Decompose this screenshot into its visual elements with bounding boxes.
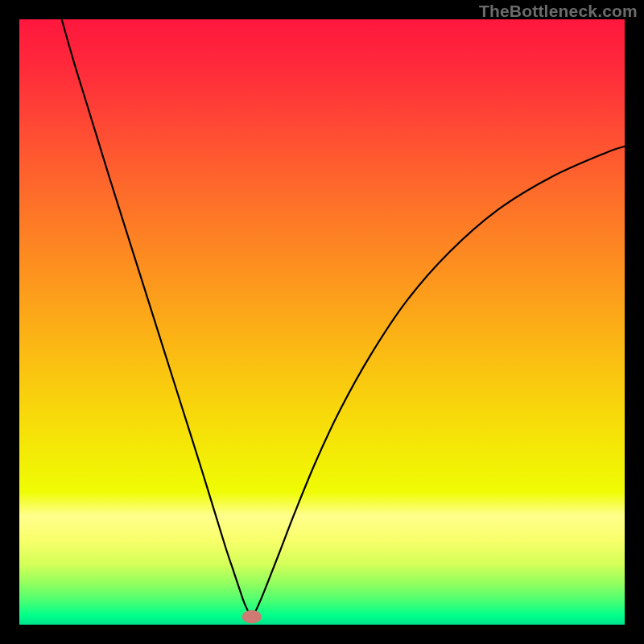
plot-area — [19, 19, 625, 625]
heatmap-gradient — [19, 19, 625, 625]
chart-stage: TheBottleneck.com — [0, 0, 644, 644]
attribution-watermark: TheBottleneck.com — [479, 2, 638, 21]
svg-rect-0 — [19, 19, 625, 625]
